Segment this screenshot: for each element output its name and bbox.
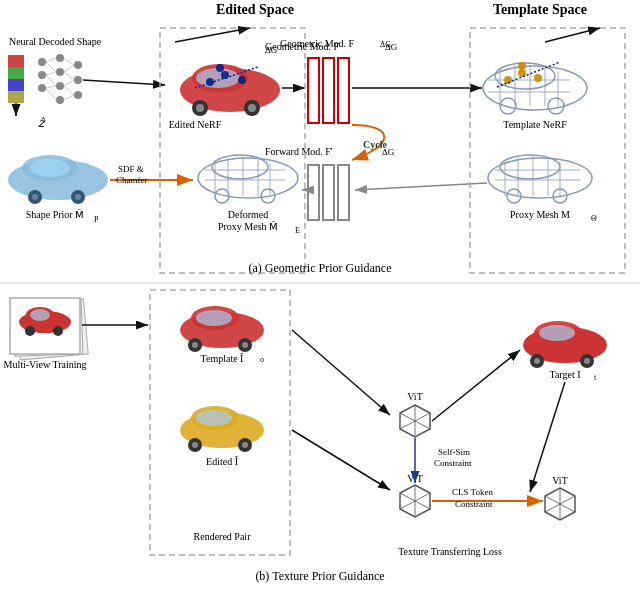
svg-point-148 <box>238 438 252 452</box>
svg-point-143 <box>180 412 264 448</box>
edited-space-label: Edited Space <box>194 2 316 18</box>
svg-point-11 <box>38 71 46 79</box>
svg-line-26 <box>64 58 74 65</box>
svg-rect-7 <box>8 79 24 91</box>
svg-line-108 <box>355 183 487 190</box>
svg-line-29 <box>64 80 74 86</box>
svg-text:Proxy Mesh M: Proxy Mesh M <box>510 209 570 220</box>
svg-text:Template Î: Template Î <box>201 353 245 364</box>
svg-line-28 <box>64 72 74 80</box>
svg-rect-71 <box>308 165 319 220</box>
svg-point-175 <box>584 358 590 364</box>
main-diagram-svg: ẑ Geometric Mod. F ΔG ΔG <box>0 0 640 605</box>
svg-marker-156 <box>400 405 430 437</box>
svg-line-155 <box>292 430 390 490</box>
svg-point-14 <box>56 68 64 76</box>
svg-text:Multi-View Training: Multi-View Training <box>3 359 86 370</box>
svg-text:Deformed: Deformed <box>228 209 269 220</box>
svg-point-136 <box>180 312 264 348</box>
svg-text:P: P <box>94 215 99 224</box>
svg-point-38 <box>196 104 204 112</box>
svg-text:Constraint: Constraint <box>455 499 493 509</box>
svg-point-55 <box>495 63 555 89</box>
svg-text:Rendered Pair: Rendered Pair <box>194 531 252 542</box>
svg-rect-135 <box>150 290 290 555</box>
svg-point-41 <box>206 78 214 86</box>
svg-text:ẑ: ẑ <box>38 116 46 130</box>
svg-line-30 <box>64 86 74 95</box>
svg-point-103 <box>507 189 521 203</box>
svg-line-161 <box>400 493 430 509</box>
svg-point-132 <box>53 326 63 336</box>
svg-text:t: t <box>594 373 597 382</box>
svg-text:Θ: Θ <box>591 214 597 223</box>
svg-point-65 <box>504 76 512 84</box>
svg-marker-180 <box>545 488 575 520</box>
svg-line-179 <box>530 382 565 492</box>
svg-point-95 <box>500 155 560 179</box>
svg-text:Self-Sim: Self-Sim <box>438 447 470 457</box>
svg-text:Target I: Target I <box>549 369 580 380</box>
svg-point-37 <box>192 100 208 116</box>
svg-text:Proxy Mesh M̂: Proxy Mesh M̂ <box>218 221 278 232</box>
svg-point-169 <box>523 327 607 363</box>
svg-point-139 <box>188 338 202 352</box>
svg-text:Constraint: Constraint <box>434 458 472 468</box>
svg-point-34 <box>180 68 280 112</box>
svg-point-141 <box>238 338 252 352</box>
svg-rect-72 <box>323 165 334 220</box>
svg-point-171 <box>539 325 575 341</box>
svg-rect-110 <box>160 28 305 273</box>
svg-point-145 <box>196 410 232 426</box>
svg-line-27 <box>64 65 74 72</box>
svg-text:SDF &: SDF & <box>118 164 144 174</box>
svg-text:ViT: ViT <box>407 473 423 484</box>
svg-rect-125 <box>16 299 89 360</box>
svg-point-43 <box>238 76 246 84</box>
svg-line-182 <box>545 496 575 512</box>
svg-line-31 <box>64 95 74 100</box>
svg-line-25 <box>46 88 56 100</box>
svg-point-128 <box>19 311 71 333</box>
svg-rect-47 <box>308 58 319 123</box>
svg-point-16 <box>56 96 64 104</box>
svg-rect-6 <box>8 67 24 79</box>
svg-point-149 <box>242 442 248 448</box>
svg-point-36 <box>196 68 240 88</box>
svg-point-137 <box>191 306 239 330</box>
svg-point-15 <box>56 82 64 90</box>
svg-rect-5 <box>8 55 24 67</box>
svg-text:Cycle: Cycle <box>363 139 387 150</box>
svg-line-158 <box>400 413 430 429</box>
svg-point-54 <box>483 66 587 110</box>
svg-rect-126 <box>13 299 83 356</box>
svg-point-35 <box>192 64 248 92</box>
svg-line-24 <box>46 86 56 88</box>
svg-line-69 <box>497 62 560 87</box>
svg-marker-160 <box>400 485 430 517</box>
svg-point-66 <box>518 69 526 77</box>
svg-point-93 <box>261 189 275 203</box>
svg-point-84 <box>212 155 268 179</box>
svg-text:Edited Î: Edited Î <box>206 456 239 467</box>
svg-line-176 <box>432 350 520 421</box>
svg-point-10 <box>38 58 46 66</box>
svg-point-68 <box>518 62 526 70</box>
svg-text:Shape Prior M̂: Shape Prior M̂ <box>26 209 84 220</box>
svg-point-92 <box>215 189 229 203</box>
svg-text:Edited NeRF: Edited NeRF <box>169 119 222 130</box>
svg-point-144 <box>191 406 239 430</box>
svg-point-76 <box>8 160 108 200</box>
svg-point-79 <box>28 190 42 204</box>
svg-point-63 <box>500 98 516 114</box>
svg-line-154 <box>292 330 390 415</box>
svg-text:Geometric Mod. F: Geometric Mod. F <box>265 41 340 52</box>
svg-point-18 <box>74 76 82 84</box>
svg-point-173 <box>534 358 540 364</box>
svg-point-44 <box>216 64 224 72</box>
svg-text:Forward Mod. F': Forward Mod. F' <box>265 146 333 157</box>
svg-point-83 <box>198 158 298 198</box>
svg-point-129 <box>26 307 54 323</box>
svg-point-64 <box>548 98 564 114</box>
svg-text:Geometric Mod. F: Geometric Mod. F <box>280 38 355 49</box>
